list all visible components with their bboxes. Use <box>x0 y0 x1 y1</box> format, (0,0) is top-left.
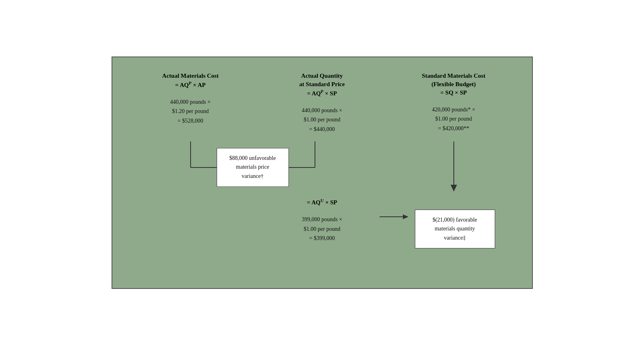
bottom-val2: $1.00 per pound <box>304 226 340 232</box>
bottom-val1: 399,000 pounds × <box>302 216 342 222</box>
col3-val3: = $420,000** <box>438 125 469 131</box>
col3-val2: $1.00 per pound <box>435 116 472 122</box>
bottom-center-col: = AQU × SP 399,000 pounds × $1.00 per po… <box>260 198 384 243</box>
col2-formula: = AQP × SP <box>307 90 337 97</box>
col3-down-arrow <box>442 141 466 194</box>
col1-values: 440,000 pounds × $1.20 per pound = $528,… <box>170 97 211 126</box>
bottom-center-values: 399,000 pounds × $1.00 per pound = $399,… <box>302 215 342 243</box>
col1-header: Actual Materials Cost = AQP × AP <box>162 72 219 89</box>
col3-val1: 420,000 pounds* × <box>432 107 475 113</box>
variance1-line3: variance† <box>242 173 263 179</box>
col2-val2: $1.00 per pound <box>304 117 340 123</box>
svg-marker-9 <box>403 214 408 219</box>
col2-values: 440,000 pounds × $1.00 per pound = $440,… <box>302 106 342 134</box>
bottom-val3: = $399,000 <box>309 235 335 241</box>
col3-header: Standard Materials Cost (Flexible Budget… <box>422 72 485 97</box>
col1-formula: = AQP × AP <box>175 82 206 88</box>
qty-variance-box: $(21,000) favorable materials quantity v… <box>415 210 495 248</box>
col2-val3: = $440,000 <box>309 126 335 132</box>
col1-val2: $1.20 per pound <box>172 108 209 114</box>
variance2-line3: variance‡ <box>444 235 465 241</box>
svg-marker-7 <box>451 185 457 192</box>
col3-header-line2: (Flexible Budget) <box>431 81 475 87</box>
bottom-formula: = AQU × SP <box>307 199 337 206</box>
variance2-line2: materials quantity <box>435 226 475 232</box>
col1-val3: = $528,000 <box>178 118 203 124</box>
variance1-line1: $88,000 unfavorable <box>230 155 276 161</box>
col3-formula: = SQ × SP <box>441 89 467 96</box>
price-variance-box: $88,000 unfavorable materials price vari… <box>217 148 289 187</box>
col2-actual-qty: Actual Quantity at Standard Price = AQP … <box>260 72 384 134</box>
col2-header: Actual Quantity at Standard Price = AQP … <box>299 72 345 98</box>
col1-actual-materials: Actual Materials Cost = AQP × AP 440,000… <box>128 72 253 126</box>
col1-header-text: Actual Materials Cost <box>162 73 219 79</box>
col3-header-line1: Standard Materials Cost <box>422 73 485 79</box>
col2-header-line2: at Standard Price <box>299 81 345 87</box>
col1-val1: 440,000 pounds × <box>170 99 211 105</box>
bottom-center-header: = AQU × SP <box>307 198 337 207</box>
qty-variance-arrow <box>380 209 412 225</box>
variance1-line2: materials price <box>236 164 269 170</box>
variance2-line1: $(21,000) favorable <box>433 217 477 223</box>
diagram-container: Actual Materials Cost = AQP × AP 440,000… <box>112 56 533 289</box>
col3-standard-materials: Standard Materials Cost (Flexible Budget… <box>392 72 516 133</box>
col3-values: 420,000 pounds* × $1.00 per pound = $420… <box>432 105 475 133</box>
col2-header-line1: Actual Quantity <box>301 73 343 79</box>
col2-val1: 440,000 pounds × <box>302 107 342 113</box>
